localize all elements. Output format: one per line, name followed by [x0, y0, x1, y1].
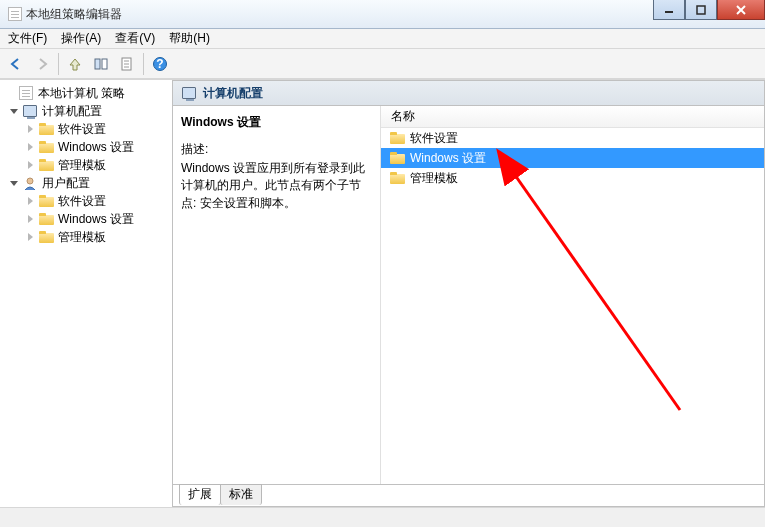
toolbar-separator — [143, 53, 144, 75]
help-button[interactable]: ? — [148, 52, 172, 76]
list-item[interactable]: 管理模板 — [381, 168, 764, 188]
titlebar: 本地组策略编辑器 — [0, 0, 765, 29]
statusbar — [0, 507, 765, 527]
folder-icon — [38, 229, 54, 245]
tree-user-config[interactable]: 用户配置 — [0, 174, 172, 192]
properties-button[interactable] — [115, 52, 139, 76]
tree-root-label: 本地计算机 策略 — [36, 85, 127, 102]
description-label: 描述: — [181, 141, 374, 158]
tab-extended[interactable]: 扩展 — [179, 484, 221, 505]
col-name: 名称 — [391, 108, 415, 125]
twisty-closed-icon[interactable] — [22, 157, 38, 173]
menu-action[interactable]: 操作(A) — [61, 30, 101, 47]
tree-computer-config[interactable]: 计算机配置 — [0, 102, 172, 120]
list-item-label: 软件设置 — [410, 130, 458, 147]
svg-rect-5 — [102, 59, 107, 69]
close-button[interactable] — [717, 0, 765, 20]
list-item[interactable]: 软件设置 — [381, 128, 764, 148]
content-header-title: 计算机配置 — [203, 85, 263, 102]
show-hide-tree-button[interactable] — [89, 52, 113, 76]
twisty-open-icon[interactable] — [6, 175, 22, 191]
folder-icon — [38, 157, 54, 173]
menu-file[interactable]: 文件(F) — [8, 30, 47, 47]
twisty-open-icon[interactable] — [6, 103, 22, 119]
folder-icon — [389, 130, 405, 146]
computer-icon — [181, 85, 197, 101]
app-icon — [8, 7, 22, 21]
svg-point-12 — [27, 178, 33, 184]
tab-standard[interactable]: 标准 — [220, 484, 262, 505]
svg-rect-4 — [95, 59, 100, 69]
window-title: 本地组策略编辑器 — [26, 6, 122, 23]
tree-software-settings[interactable]: 软件设置 — [0, 120, 172, 138]
note-icon — [18, 85, 34, 101]
tree-windows-settings[interactable]: Windows 设置 — [0, 138, 172, 156]
folder-icon — [38, 121, 54, 137]
menu-view[interactable]: 查看(V) — [115, 30, 155, 47]
description-body: Windows 设置应用到所有登录到此计算机的用户。此节点有两个子节点: 安全设… — [181, 160, 374, 212]
view-tabs: 扩展 标准 — [173, 484, 764, 506]
list-item-label: Windows 设置 — [410, 150, 486, 167]
tree-user-admin-templates[interactable]: 管理模板 — [0, 228, 172, 246]
folder-icon — [389, 150, 405, 166]
toolbar: ? — [0, 49, 765, 79]
list-item[interactable]: Windows 设置 — [381, 148, 764, 168]
twisty-closed-icon[interactable] — [22, 229, 38, 245]
twisty-closed-icon[interactable] — [22, 139, 38, 155]
twisty-closed-icon[interactable] — [22, 193, 38, 209]
folder-icon — [389, 170, 405, 186]
list-item-label: 管理模板 — [410, 170, 458, 187]
svg-text:?: ? — [156, 57, 163, 71]
back-button[interactable] — [4, 52, 28, 76]
folder-icon — [38, 139, 54, 155]
list-pane[interactable]: 名称 软件设置Windows 设置管理模板 — [381, 106, 764, 484]
folder-icon — [38, 211, 54, 227]
menubar: 文件(F) 操作(A) 查看(V) 帮助(H) — [0, 29, 765, 49]
forward-button[interactable] — [30, 52, 54, 76]
maximize-button[interactable] — [685, 0, 717, 20]
tree-user-software-settings[interactable]: 软件设置 — [0, 192, 172, 210]
content-header: 计算机配置 — [173, 81, 764, 106]
tree-admin-templates[interactable]: 管理模板 — [0, 156, 172, 174]
tree-user-windows-settings[interactable]: Windows 设置 — [0, 210, 172, 228]
tree-pane[interactable]: 本地计算机 策略 计算机配置 软件设置 Windows 设置 管理模板 — [0, 80, 173, 507]
toolbar-separator — [58, 53, 59, 75]
twisty-closed-icon[interactable] — [22, 211, 38, 227]
twisty-closed-icon[interactable] — [22, 121, 38, 137]
menu-help[interactable]: 帮助(H) — [169, 30, 210, 47]
description-pane: Windows 设置 描述: Windows 设置应用到所有登录到此计算机的用户… — [173, 106, 381, 484]
up-button[interactable] — [63, 52, 87, 76]
folder-icon — [38, 193, 54, 209]
svg-rect-1 — [697, 6, 705, 14]
user-icon — [22, 175, 38, 191]
description-title: Windows 设置 — [181, 114, 374, 131]
computer-icon — [22, 103, 38, 119]
tree-root[interactable]: 本地计算机 策略 — [0, 84, 172, 102]
list-column-header[interactable]: 名称 — [381, 106, 764, 128]
minimize-button[interactable] — [653, 0, 685, 20]
